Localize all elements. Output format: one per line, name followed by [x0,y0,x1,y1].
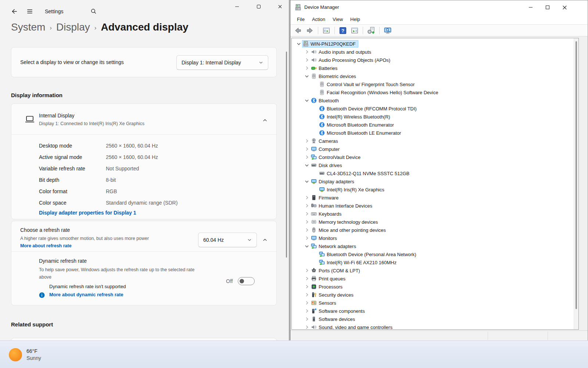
tree-item-bluetooth-device-rfcomm-protocol-tdi[interactable]: Bluetooth Device (RFCOMM Protocol TDI) [292,105,578,113]
minimize-button[interactable] [229,0,245,13]
expand-chevron-icon[interactable] [304,65,310,71]
expand-chevron-icon[interactable] [304,49,310,55]
tree-item-target[interactable]: Print queues [310,275,348,282]
tree-item-intel-r-iris-r-xe-graphics[interactable]: Intel(R) Iris(R) Xe Graphics [292,185,578,194]
tree-item-target[interactable]: Memory technology devices [310,218,380,226]
tree-item-mice-and-other-pointing-devices[interactable]: Mice and other pointing devices [292,226,578,234]
computer-search-button[interactable] [383,26,392,35]
menu-action[interactable]: Action [308,15,329,24]
tree-item-audio-processing-objects-apos[interactable]: Audio Processing Objects (APOs) [292,56,578,64]
expand-chevron-icon[interactable] [304,227,310,233]
collapse-chevron-icon[interactable] [304,243,310,250]
tree-item-sensors[interactable]: Sensors [292,299,578,307]
tree-item-target[interactable]: Display adapters [310,178,357,185]
close-button[interactable] [272,0,288,13]
device-tree-scrollbar-track[interactable] [574,38,578,329]
minimize-button[interactable] [522,1,539,14]
breadcrumb-display[interactable]: Display [56,21,90,33]
expand-chevron-icon[interactable] [304,308,310,314]
collapse-chevron-icon[interactable] [295,40,302,47]
expand-chevron-icon[interactable] [304,154,310,160]
display-select-dropdown[interactable]: Display 1: Internal Display [176,55,268,70]
tree-item-target[interactable]: Sensors [310,299,339,307]
expand-chevron-icon[interactable] [304,210,310,217]
tree-item-ports-com-lpt[interactable]: Ports (COM & LPT) [292,266,578,275]
tree-item-audio-inputs-and-outputs[interactable]: Audio inputs and outputs [292,48,578,56]
tree-item-target[interactable]: Sound, video and game controllers [310,323,395,330]
tree-item-target[interactable]: Microsoft Bluetooth Enumerator [318,121,397,128]
tree-item-network-adapters[interactable]: Network adapters [292,242,578,250]
expand-chevron-icon[interactable] [304,316,310,322]
tree-item-target[interactable]: Cameras [310,137,341,145]
tree-item-disk-drives[interactable]: Disk drives [292,161,578,169]
collapse-chevron-icon[interactable] [304,73,310,79]
tree-item-target[interactable]: Audio Processing Objects (APOs) [310,56,393,64]
menu-help[interactable]: Help [347,15,364,24]
tree-item-target[interactable]: Facial Recognition (Windows Hello) Softw… [318,89,441,96]
tree-item-firmware[interactable]: Firmware [292,194,578,202]
tree-item-batteries[interactable]: Batteries [292,64,578,72]
tree-item-target[interactable]: Batteries [310,64,340,72]
forward-arrow-button[interactable] [305,26,315,35]
tree-item-target[interactable]: Processors [310,283,345,290]
expand-chevron-icon[interactable] [304,57,310,63]
scan-hardware-changes-button[interactable] [366,26,376,35]
tree-item-target[interactable]: Security devices [310,291,356,298]
tree-item-target[interactable]: Intel(R) Iris(R) Xe Graphics [318,186,387,193]
tree-item-target[interactable]: ControlVault Device [310,153,363,161]
show-console-tree-button[interactable] [322,26,331,35]
collapse-chevron-icon[interactable] [304,178,310,185]
menu-view[interactable]: View [329,15,347,24]
tree-item-intel-r-wireless-bluetooth-r[interactable]: Intel(R) Wireless Bluetooth(R) [292,113,578,121]
expand-chevron-icon[interactable] [304,219,310,225]
expand-chevron-icon[interactable] [304,291,310,298]
tree-item-win-pn12p0qkedf[interactable]: WIN-PN12P0QKEDF [292,40,578,48]
tree-item-software-components[interactable]: Software components [292,307,578,315]
tree-item-target[interactable]: Bluetooth Device (Personal Area Network) [318,251,419,258]
tree-item-target[interactable]: Intel(R) Wireless Bluetooth(R) [318,113,393,120]
tree-item-control-vault-w-fingerprint-touch-sensor[interactable]: Control Vault w/ Fingerprint Touch Senso… [292,80,578,88]
breadcrumb-system[interactable]: System [11,21,45,33]
tree-item-bluetooth-device-personal-area-network[interactable]: Bluetooth Device (Personal Area Network) [292,250,578,258]
expand-chevron-icon[interactable] [304,300,310,306]
tree-item-software-devices[interactable]: Software devices [292,315,578,323]
tree-item-memory-technology-devices[interactable]: Memory technology devices [292,218,578,226]
tree-item-security-devices[interactable]: Security devices [292,291,578,299]
tree-item-human-interface-devices[interactable]: Human Interface Devices [292,202,578,210]
dynamic-refresh-rate-toggle[interactable] [238,277,255,285]
tree-item-target[interactable]: Computer [310,145,342,153]
tree-item-target[interactable]: Mice and other pointing devices [310,226,388,234]
tree-item-keyboards[interactable]: Keyboards [292,210,578,218]
tree-item-processors[interactable]: Processors [292,283,578,291]
tree-item-target[interactable]: Microsoft Bluetooth LE Enumerator [318,129,404,137]
collapse-chevron-icon[interactable] [262,118,268,123]
tree-item-target[interactable]: Audio inputs and outputs [310,48,374,56]
expand-chevron-icon[interactable] [304,235,310,241]
expand-chevron-icon[interactable] [304,283,310,290]
more-about-refresh-rate-link[interactable]: More about refresh rate [20,243,72,248]
device-tree-scrollbar-thumb[interactable] [576,41,577,309]
tree-item-target[interactable]: Biometric devices [310,72,359,80]
tree-item-facial-recognition-windows-hello-software-device[interactable]: Facial Recognition (Windows Hello) Softw… [292,88,578,96]
settings-scrollbar[interactable] [286,52,287,258]
tree-item-display-adapters[interactable]: Display adapters [292,177,578,185]
tree-item-sound-video-and-game-controllers[interactable]: Sound, video and game controllers [292,323,578,330]
refresh-rate-dropdown[interactable]: 60.04 Hz [198,233,257,247]
tree-item-computer[interactable]: Computer [292,145,578,153]
tree-item-target[interactable]: Keyboards [310,210,344,217]
collapse-chevron-icon[interactable] [262,237,268,243]
back-arrow-button[interactable] [293,26,303,35]
tree-item-controlvault-device[interactable]: ControlVault Device [292,153,578,161]
tree-item-target[interactable]: Ports (COM & LPT) [310,267,363,274]
tree-item-intel-r-wi-fi-6e-ax210-160mhz[interactable]: Intel(R) Wi-Fi 6E AX210 160MHz [292,258,578,266]
expand-chevron-icon[interactable] [304,138,310,144]
tree-item-biometric-devices[interactable]: Biometric devices [292,72,578,80]
tree-item-monitors[interactable]: Monitors [292,234,578,242]
expand-chevron-icon[interactable] [304,275,310,282]
search-icon[interactable] [90,8,97,15]
collapse-chevron-icon[interactable] [304,97,310,104]
tree-item-target[interactable]: Intel(R) Wi-Fi 6E AX210 160MHz [318,259,399,266]
expand-chevron-icon[interactable] [304,267,310,274]
tree-item-target[interactable]: Network adapters [310,243,359,250]
maximize-button[interactable] [539,1,556,14]
